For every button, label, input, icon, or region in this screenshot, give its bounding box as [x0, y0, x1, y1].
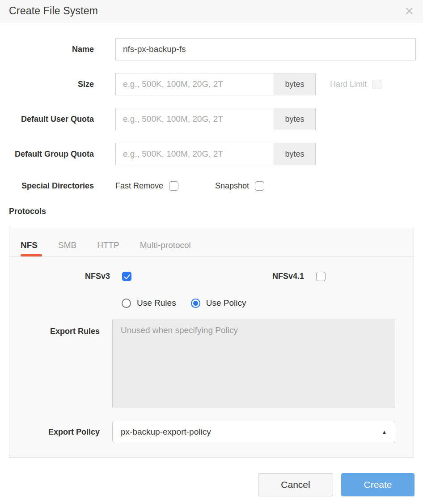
- export-mode-row: Use Rules Use Policy: [122, 298, 414, 308]
- dialog-header: Create File System ✕: [0, 0, 423, 22]
- export-policy-row: Export Policy px-backup-export-policy ▲: [9, 421, 414, 443]
- hard-limit-checkbox[interactable]: [372, 80, 381, 89]
- hard-limit-group: Hard Limit: [330, 80, 381, 89]
- export-policy-label: Export Policy: [9, 427, 100, 437]
- use-rules-radio[interactable]: [122, 299, 131, 308]
- nfsv41-checkbox[interactable]: [316, 272, 326, 281]
- export-policy-dropdown[interactable]: px-backup-export-policy ▲: [112, 421, 395, 443]
- hard-limit-label: Hard Limit: [330, 80, 367, 89]
- default-user-quota-unit: bytes: [274, 108, 316, 130]
- fast-remove-label: Fast Remove: [115, 181, 163, 191]
- tab-smb[interactable]: SMB: [58, 240, 76, 256]
- use-policy-label: Use Policy: [206, 298, 246, 308]
- name-row: Name: [0, 38, 423, 60]
- protocols-tabs: NFS SMB HTTP Multi-protocol: [9, 228, 414, 256]
- export-rules-label: Export Rules: [9, 327, 100, 336]
- export-policy-value: px-backup-export-policy: [121, 427, 211, 437]
- default-group-quota-input[interactable]: [115, 143, 274, 165]
- cancel-button[interactable]: Cancel: [258, 473, 333, 496]
- protocols-panel: NFS SMB HTTP Multi-protocol NFSv3 NFSv4.…: [9, 228, 414, 458]
- nfsv3-checkbox[interactable]: [122, 272, 131, 281]
- protocols-section-label: Protocols: [9, 207, 423, 216]
- default-group-quota-group: bytes: [115, 143, 316, 165]
- export-rules-textarea[interactable]: [112, 319, 395, 408]
- name-input[interactable]: [115, 38, 416, 60]
- size-input[interactable]: [115, 73, 274, 95]
- snapshot-group: Snapshot: [215, 181, 264, 191]
- create-file-system-dialog: Create File System ✕ Name Size bytes Har…: [0, 0, 423, 504]
- use-policy-radio[interactable]: [191, 299, 200, 308]
- dialog-footer: Cancel Create: [258, 473, 415, 496]
- nfsv41-label: NFSv4.1: [131, 272, 304, 281]
- form-area: Name Size bytes Hard Limit Default User …: [0, 22, 423, 191]
- use-rules-label: Use Rules: [137, 298, 176, 308]
- create-button[interactable]: Create: [341, 473, 415, 496]
- tabs-separator: [9, 256, 414, 257]
- default-user-quota-input[interactable]: [115, 108, 274, 130]
- name-label: Name: [0, 45, 94, 54]
- default-group-quota-label: Default Group Quota: [0, 149, 94, 159]
- tab-multi-protocol[interactable]: Multi-protocol: [140, 240, 191, 256]
- export-rules-row: Export Rules: [9, 319, 414, 408]
- size-row: Size bytes Hard Limit: [0, 73, 423, 95]
- close-icon[interactable]: ✕: [404, 5, 414, 17]
- nfs-version-row: NFSv3 NFSv4.1: [9, 272, 414, 281]
- dialog-title: Create File System: [9, 5, 98, 17]
- default-user-quota-label: Default User Quota: [0, 115, 94, 124]
- special-directories-label: Special Directories: [0, 181, 94, 191]
- default-group-quota-unit: bytes: [274, 143, 316, 165]
- use-policy-option[interactable]: Use Policy: [191, 298, 246, 308]
- default-user-quota-row: Default User Quota bytes: [0, 108, 423, 130]
- nfsv3-label: NFSv3: [9, 272, 110, 281]
- special-directories-row: Special Directories Fast Remove Snapshot: [0, 181, 423, 191]
- tab-nfs[interactable]: NFS: [21, 240, 38, 256]
- tab-http[interactable]: HTTP: [97, 240, 119, 256]
- caret-up-icon: ▲: [382, 429, 387, 435]
- snapshot-label: Snapshot: [215, 181, 249, 191]
- use-rules-option[interactable]: Use Rules: [122, 298, 176, 308]
- default-group-quota-row: Default Group Quota bytes: [0, 143, 423, 165]
- size-input-group: bytes: [115, 73, 316, 95]
- fast-remove-checkbox[interactable]: [169, 181, 178, 191]
- fast-remove-group: Fast Remove: [115, 181, 178, 191]
- size-unit: bytes: [274, 73, 316, 95]
- size-label: Size: [0, 80, 94, 89]
- snapshot-checkbox[interactable]: [255, 181, 264, 191]
- default-user-quota-group: bytes: [115, 108, 316, 130]
